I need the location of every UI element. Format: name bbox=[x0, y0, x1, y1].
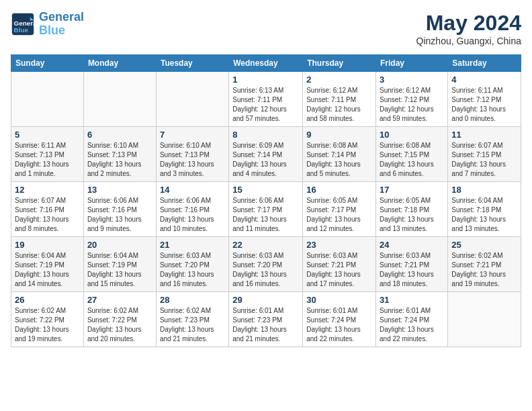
day-number: 24 bbox=[380, 240, 444, 250]
svg-text:Blue: Blue bbox=[14, 26, 29, 33]
day-number: 21 bbox=[160, 240, 225, 250]
calendar-cell: 17Sunrise: 6:05 AM Sunset: 7:18 PM Dayli… bbox=[376, 182, 448, 237]
calendar-cell: 30Sunrise: 6:01 AM Sunset: 7:24 PM Dayli… bbox=[303, 292, 376, 347]
day-info: Sunrise: 6:06 AM Sunset: 7:16 PM Dayligh… bbox=[87, 196, 152, 234]
calendar-cell: 22Sunrise: 6:03 AM Sunset: 7:20 PM Dayli… bbox=[229, 237, 303, 292]
calendar-week-1: 1Sunrise: 6:13 AM Sunset: 7:11 PM Daylig… bbox=[11, 72, 521, 127]
day-info: Sunrise: 6:02 AM Sunset: 7:21 PM Dayligh… bbox=[451, 251, 517, 289]
day-number: 7 bbox=[160, 130, 225, 140]
calendar-cell: 13Sunrise: 6:06 AM Sunset: 7:16 PM Dayli… bbox=[83, 182, 156, 237]
calendar-header: SundayMondayTuesdayWednesdayThursdayFrid… bbox=[11, 55, 521, 72]
day-number: 26 bbox=[15, 295, 80, 305]
calendar-cell: 11Sunrise: 6:07 AM Sunset: 7:15 PM Dayli… bbox=[448, 127, 521, 182]
calendar-cell: 3Sunrise: 6:12 AM Sunset: 7:12 PM Daylig… bbox=[376, 72, 448, 127]
day-number: 31 bbox=[380, 295, 444, 305]
weekday-header-thursday: Thursday bbox=[303, 55, 376, 72]
day-info: Sunrise: 6:02 AM Sunset: 7:22 PM Dayligh… bbox=[87, 306, 152, 344]
day-info: Sunrise: 6:01 AM Sunset: 7:24 PM Dayligh… bbox=[306, 306, 372, 344]
weekday-header-friday: Friday bbox=[376, 55, 448, 72]
calendar-cell: 25Sunrise: 6:02 AM Sunset: 7:21 PM Dayli… bbox=[448, 237, 521, 292]
day-info: Sunrise: 6:02 AM Sunset: 7:22 PM Dayligh… bbox=[15, 306, 80, 344]
calendar-cell bbox=[156, 72, 228, 127]
calendar-cell: 10Sunrise: 6:08 AM Sunset: 7:15 PM Dayli… bbox=[376, 127, 448, 182]
calendar-cell: 8Sunrise: 6:09 AM Sunset: 7:14 PM Daylig… bbox=[229, 127, 303, 182]
day-info: Sunrise: 6:03 AM Sunset: 7:21 PM Dayligh… bbox=[306, 251, 372, 289]
day-number: 28 bbox=[160, 295, 225, 305]
calendar-cell: 15Sunrise: 6:06 AM Sunset: 7:17 PM Dayli… bbox=[229, 182, 303, 237]
day-number: 15 bbox=[232, 185, 299, 195]
day-info: Sunrise: 6:01 AM Sunset: 7:23 PM Dayligh… bbox=[232, 306, 299, 344]
day-info: Sunrise: 6:10 AM Sunset: 7:13 PM Dayligh… bbox=[160, 141, 225, 179]
day-number: 13 bbox=[87, 185, 152, 195]
calendar-cell: 7Sunrise: 6:10 AM Sunset: 7:13 PM Daylig… bbox=[156, 127, 228, 182]
day-number: 4 bbox=[451, 75, 517, 85]
day-info: Sunrise: 6:11 AM Sunset: 7:12 PM Dayligh… bbox=[451, 86, 517, 124]
day-info: Sunrise: 6:07 AM Sunset: 7:16 PM Dayligh… bbox=[15, 196, 80, 234]
weekday-header-row: SundayMondayTuesdayWednesdayThursdayFrid… bbox=[11, 55, 521, 72]
day-info: Sunrise: 6:04 AM Sunset: 7:19 PM Dayligh… bbox=[15, 251, 80, 289]
day-number: 1 bbox=[232, 75, 299, 85]
weekday-header-monday: Monday bbox=[83, 55, 156, 72]
calendar-body: 1Sunrise: 6:13 AM Sunset: 7:11 PM Daylig… bbox=[11, 72, 521, 347]
day-info: Sunrise: 6:03 AM Sunset: 7:21 PM Dayligh… bbox=[380, 251, 444, 289]
day-number: 9 bbox=[306, 130, 372, 140]
day-number: 14 bbox=[160, 185, 225, 195]
calendar-cell: 24Sunrise: 6:03 AM Sunset: 7:21 PM Dayli… bbox=[376, 237, 448, 292]
month-year-title: May 2024 bbox=[416, 11, 521, 36]
day-info: Sunrise: 6:11 AM Sunset: 7:13 PM Dayligh… bbox=[15, 141, 80, 179]
day-info: Sunrise: 6:06 AM Sunset: 7:17 PM Dayligh… bbox=[232, 196, 299, 234]
calendar-cell: 28Sunrise: 6:02 AM Sunset: 7:23 PM Dayli… bbox=[156, 292, 228, 347]
calendar-cell: 6Sunrise: 6:10 AM Sunset: 7:13 PM Daylig… bbox=[83, 127, 156, 182]
weekday-header-tuesday: Tuesday bbox=[156, 55, 228, 72]
day-number: 8 bbox=[232, 130, 299, 140]
calendar-cell: 19Sunrise: 6:04 AM Sunset: 7:19 PM Dayli… bbox=[11, 237, 84, 292]
day-number: 18 bbox=[451, 185, 517, 195]
day-info: Sunrise: 6:08 AM Sunset: 7:14 PM Dayligh… bbox=[306, 141, 372, 179]
weekday-header-sunday: Sunday bbox=[11, 55, 84, 72]
day-number: 25 bbox=[451, 240, 517, 250]
calendar-cell: 12Sunrise: 6:07 AM Sunset: 7:16 PM Dayli… bbox=[11, 182, 84, 237]
calendar-cell: 29Sunrise: 6:01 AM Sunset: 7:23 PM Dayli… bbox=[229, 292, 303, 347]
day-number: 5 bbox=[15, 130, 80, 140]
calendar-week-3: 12Sunrise: 6:07 AM Sunset: 7:16 PM Dayli… bbox=[11, 182, 521, 237]
calendar-cell bbox=[83, 72, 156, 127]
calendar-cell: 4Sunrise: 6:11 AM Sunset: 7:12 PM Daylig… bbox=[448, 72, 521, 127]
title-block: May 2024 Qinzhou, Guangxi, China bbox=[416, 11, 521, 46]
day-number: 23 bbox=[306, 240, 372, 250]
day-info: Sunrise: 6:13 AM Sunset: 7:11 PM Dayligh… bbox=[232, 86, 299, 124]
page-header: General Blue GeneralBlue May 2024 Qinzho… bbox=[11, 11, 521, 46]
calendar-cell: 9Sunrise: 6:08 AM Sunset: 7:14 PM Daylig… bbox=[303, 127, 376, 182]
day-info: Sunrise: 6:05 AM Sunset: 7:18 PM Dayligh… bbox=[380, 196, 444, 234]
calendar-cell: 18Sunrise: 6:04 AM Sunset: 7:18 PM Dayli… bbox=[448, 182, 521, 237]
weekday-header-saturday: Saturday bbox=[448, 55, 521, 72]
day-info: Sunrise: 6:07 AM Sunset: 7:15 PM Dayligh… bbox=[451, 141, 517, 179]
day-info: Sunrise: 6:01 AM Sunset: 7:24 PM Dayligh… bbox=[380, 306, 444, 344]
calendar-table: SundayMondayTuesdayWednesdayThursdayFrid… bbox=[11, 54, 521, 347]
calendar-week-2: 5Sunrise: 6:11 AM Sunset: 7:13 PM Daylig… bbox=[11, 127, 521, 182]
day-number: 11 bbox=[451, 130, 517, 140]
calendar-week-4: 19Sunrise: 6:04 AM Sunset: 7:19 PM Dayli… bbox=[11, 237, 521, 292]
day-number: 12 bbox=[15, 185, 80, 195]
day-number: 30 bbox=[306, 295, 372, 305]
day-info: Sunrise: 6:09 AM Sunset: 7:14 PM Dayligh… bbox=[232, 141, 299, 179]
calendar-cell: 23Sunrise: 6:03 AM Sunset: 7:21 PM Dayli… bbox=[303, 237, 376, 292]
calendar-cell: 16Sunrise: 6:05 AM Sunset: 7:17 PM Dayli… bbox=[303, 182, 376, 237]
day-number: 29 bbox=[232, 295, 299, 305]
day-info: Sunrise: 6:12 AM Sunset: 7:11 PM Dayligh… bbox=[306, 86, 372, 124]
day-number: 3 bbox=[380, 75, 444, 85]
day-number: 27 bbox=[87, 295, 152, 305]
calendar-cell: 27Sunrise: 6:02 AM Sunset: 7:22 PM Dayli… bbox=[83, 292, 156, 347]
day-info: Sunrise: 6:04 AM Sunset: 7:19 PM Dayligh… bbox=[87, 251, 152, 289]
day-info: Sunrise: 6:12 AM Sunset: 7:12 PM Dayligh… bbox=[380, 86, 444, 124]
calendar-cell: 20Sunrise: 6:04 AM Sunset: 7:19 PM Dayli… bbox=[83, 237, 156, 292]
calendar-cell: 21Sunrise: 6:03 AM Sunset: 7:20 PM Dayli… bbox=[156, 237, 228, 292]
day-number: 22 bbox=[232, 240, 299, 250]
day-info: Sunrise: 6:02 AM Sunset: 7:23 PM Dayligh… bbox=[160, 306, 225, 344]
day-number: 17 bbox=[380, 185, 444, 195]
calendar-cell bbox=[448, 292, 521, 347]
calendar-cell: 5Sunrise: 6:11 AM Sunset: 7:13 PM Daylig… bbox=[11, 127, 84, 182]
logo: General Blue GeneralBlue bbox=[11, 11, 84, 38]
day-info: Sunrise: 6:05 AM Sunset: 7:17 PM Dayligh… bbox=[306, 196, 372, 234]
logo-text: GeneralBlue bbox=[39, 11, 84, 38]
day-info: Sunrise: 6:04 AM Sunset: 7:18 PM Dayligh… bbox=[451, 196, 517, 234]
